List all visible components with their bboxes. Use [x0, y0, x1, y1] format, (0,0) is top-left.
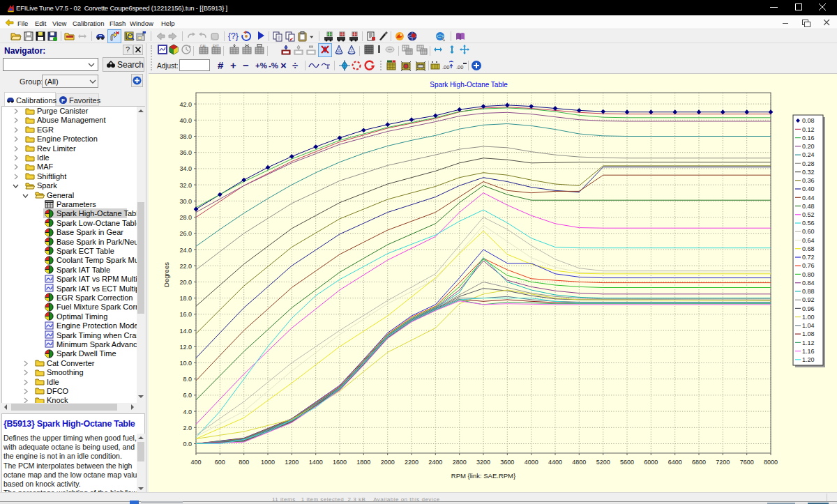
svg-text:0.12: 0.12 — [802, 126, 815, 133]
svg-text:3600: 3600 — [500, 459, 514, 466]
svg-text:38.0: 38.0 — [179, 133, 192, 140]
svg-text:600: 600 — [215, 459, 225, 466]
svg-text:0.20: 0.20 — [802, 143, 815, 150]
svg-text:10.0: 10.0 — [179, 360, 192, 367]
svg-text:4.0: 4.0 — [183, 408, 192, 415]
svg-text:1.00: 1.00 — [802, 314, 815, 321]
svg-text:2400: 2400 — [428, 459, 442, 466]
svg-text:2200: 2200 — [405, 459, 418, 466]
svg-text:3200: 3200 — [476, 459, 490, 466]
svg-text:0.64: 0.64 — [802, 237, 815, 244]
svg-text:5200: 5200 — [596, 459, 610, 466]
svg-text:0.68: 0.68 — [802, 245, 815, 252]
svg-text:0.28: 0.28 — [802, 160, 815, 167]
svg-text:0.80: 0.80 — [802, 271, 815, 278]
svg-text:0.44: 0.44 — [802, 194, 815, 201]
svg-text:800: 800 — [239, 459, 249, 466]
svg-text:1.16: 1.16 — [802, 348, 815, 355]
svg-text:1200: 1200 — [285, 459, 299, 466]
svg-text:0.40: 0.40 — [802, 185, 815, 192]
svg-text:0.16: 0.16 — [802, 135, 815, 142]
svg-text:0.60: 0.60 — [802, 228, 815, 235]
svg-text:7600: 7600 — [740, 459, 754, 466]
svg-text:RPM {link: SAE.RPM}: RPM {link: SAE.RPM} — [451, 472, 515, 480]
svg-text:1.12: 1.12 — [802, 339, 815, 346]
svg-text:F: F — [61, 98, 65, 104]
svg-text:40.0: 40.0 — [179, 117, 192, 124]
svg-text:.00: .00 — [456, 64, 463, 70]
svg-text:0.92: 0.92 — [802, 296, 815, 303]
svg-text:14.0: 14.0 — [179, 328, 192, 335]
svg-text:28.0: 28.0 — [179, 214, 192, 221]
svg-text:4800: 4800 — [572, 459, 586, 466]
svg-text:24.0: 24.0 — [179, 247, 192, 254]
svg-text:0.84: 0.84 — [802, 280, 815, 287]
svg-text:0.88: 0.88 — [802, 288, 815, 295]
svg-text:2800: 2800 — [453, 459, 467, 466]
svg-text:18.0: 18.0 — [179, 295, 192, 302]
svg-text:0.96: 0.96 — [802, 305, 815, 312]
svg-text:34.0: 34.0 — [179, 165, 192, 172]
svg-text:0.36: 0.36 — [802, 177, 815, 184]
svg-text:0.48: 0.48 — [802, 203, 815, 210]
svg-text:7200: 7200 — [716, 459, 730, 466]
svg-text:CAL: CAL — [200, 45, 206, 48]
svg-text:16.0: 16.0 — [179, 311, 192, 318]
svg-text:EXT: EXT — [213, 45, 219, 48]
svg-text:1800: 1800 — [356, 459, 370, 466]
svg-text:8.0: 8.0 — [183, 376, 192, 383]
svg-text:0.32: 0.32 — [802, 169, 815, 176]
svg-text:0.0: 0.0 — [183, 441, 192, 448]
svg-text:36.0: 36.0 — [179, 149, 192, 156]
svg-text:0.76: 0.76 — [802, 262, 815, 269]
svg-text:26.0: 26.0 — [179, 230, 192, 237]
svg-text:{?}: {?} — [228, 31, 239, 41]
svg-text:4400: 4400 — [548, 459, 562, 466]
svg-text:6000: 6000 — [644, 459, 658, 466]
svg-text:6800: 6800 — [692, 459, 706, 466]
svg-text:Degrees: Degrees — [163, 262, 170, 287]
svg-text:0.08: 0.08 — [802, 117, 815, 124]
svg-text:32.0: 32.0 — [179, 182, 192, 189]
svg-text:1.04: 1.04 — [802, 322, 815, 329]
svg-text:0.72: 0.72 — [802, 254, 815, 261]
svg-text:0.24: 0.24 — [802, 151, 815, 158]
svg-text:400: 400 — [190, 459, 201, 466]
svg-text:1.08: 1.08 — [802, 330, 815, 337]
svg-text:1600: 1600 — [333, 459, 347, 466]
svg-text:0.56: 0.56 — [802, 220, 815, 227]
svg-text:4000: 4000 — [525, 459, 538, 466]
svg-text:42.0: 42.0 — [179, 101, 192, 108]
svg-text:1.20: 1.20 — [802, 356, 815, 363]
svg-text:Spark High-Octane Table: Spark High-Octane Table — [430, 81, 508, 89]
svg-text:2000: 2000 — [381, 459, 395, 466]
svg-text:8000: 8000 — [764, 459, 778, 466]
svg-text:0.52: 0.52 — [802, 211, 815, 218]
svg-text:1400: 1400 — [309, 459, 323, 466]
svg-text:30.0: 30.0 — [179, 198, 192, 205]
svg-text:12.0: 12.0 — [179, 344, 192, 351]
svg-text:6400: 6400 — [668, 459, 682, 466]
svg-text:1000: 1000 — [261, 459, 275, 466]
svg-text:22.0: 22.0 — [179, 263, 192, 270]
svg-text:.00: .00 — [442, 64, 449, 70]
svg-text:20.0: 20.0 — [179, 279, 192, 286]
svg-text:2.0: 2.0 — [183, 425, 192, 432]
svg-text:6.0: 6.0 — [183, 392, 192, 399]
svg-text:5600: 5600 — [620, 459, 634, 466]
